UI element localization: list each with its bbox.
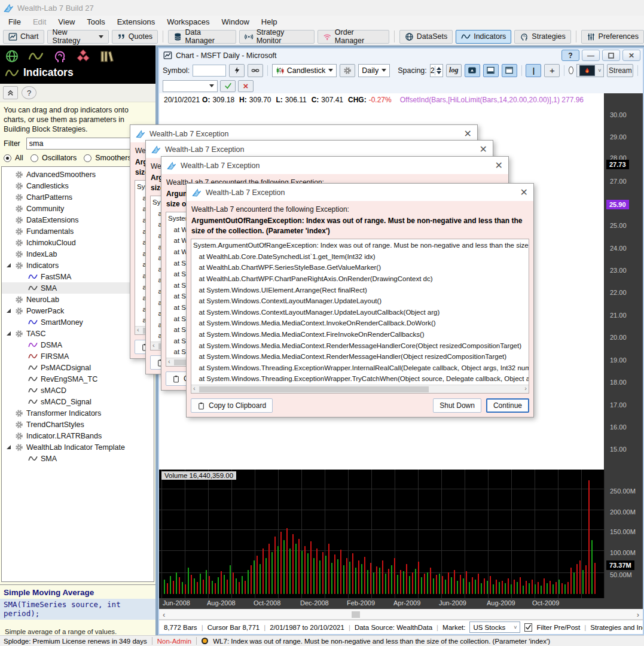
- new-strategy-button[interactable]: New Strategy: [47, 30, 109, 44]
- dialog-titlebar[interactable]: Wealth-Lab 7 Exception ✕: [187, 184, 533, 201]
- strategy-monitor-button[interactable]: Strategy Monitor: [239, 30, 315, 44]
- menu-workspaces[interactable]: Workspaces: [161, 17, 215, 26]
- log-scale-button[interactable]: log: [446, 64, 462, 77]
- dialog-titlebar[interactable]: Wealth-Lab 7 Exception ✕: [146, 141, 493, 158]
- link-button[interactable]: [248, 64, 263, 77]
- volume-pane[interactable]: Volume 16,440,359.00: [159, 470, 604, 598]
- scroll-right-icon[interactable]: ›: [637, 610, 639, 619]
- tree-expanded-icon[interactable]: [7, 309, 11, 313]
- stack-trace-line: at System.Windows.Media.MediaContext.Ren…: [193, 340, 529, 352]
- scroll-left-icon[interactable]: ‹: [152, 342, 155, 349]
- tree-item-wealthlab-indicator-template[interactable]: WealthLab Indicator Template: [2, 441, 154, 453]
- menu-tools[interactable]: Tools: [81, 17, 111, 26]
- datasets-icon[interactable]: [5, 49, 19, 63]
- panel-bottom-button[interactable]: [483, 64, 499, 77]
- copy-to-clipboard-button[interactable]: Copy to Clipboard: [191, 398, 273, 413]
- menu-file[interactable]: File: [2, 17, 27, 26]
- window-close-button[interactable]: ✕: [622, 50, 640, 61]
- strategies-icon[interactable]: [53, 49, 67, 63]
- stepper-arrows[interactable]: [435, 66, 442, 75]
- filter-prepost-checkbox[interactable]: [524, 623, 532, 632]
- crosshair-plus-button[interactable]: +: [544, 64, 560, 77]
- order-manager-button[interactable]: Order Manager: [318, 30, 389, 44]
- radio-all[interactable]: [4, 154, 11, 162]
- menu-edit[interactable]: Edit: [27, 17, 52, 26]
- panel-top-button[interactable]: [502, 64, 517, 77]
- toolbar-separator: [163, 31, 163, 42]
- tree-expanded-icon[interactable]: [7, 331, 11, 336]
- dialog-titlebar[interactable]: Wealth-Lab 7 Exception ✕: [161, 157, 508, 174]
- continue-button[interactable]: Continue: [486, 398, 529, 413]
- volume-bar: [514, 580, 515, 594]
- go-button[interactable]: [229, 64, 245, 77]
- collapse-all-button[interactable]: [3, 86, 18, 99]
- building-blocks-icon[interactable]: [76, 49, 90, 63]
- close-icon[interactable]: ✕: [464, 129, 472, 139]
- filter-input[interactable]: [26, 138, 135, 150]
- tree-item-trendchartstyles[interactable]: TrendChartStyles: [2, 419, 154, 430]
- chart-image-button[interactable]: [465, 64, 480, 77]
- scroll-thumb[interactable]: [199, 386, 429, 392]
- tree-item-indicator-lratrbands[interactable]: Indicator.LRATRBands: [2, 430, 154, 441]
- chart-hscrollbar[interactable]: ‹ ›: [159, 609, 643, 620]
- scroll-right-icon[interactable]: ›: [524, 385, 527, 392]
- tree-item-smacd-signal[interactable]: sMACD_Signal: [2, 396, 154, 407]
- tree-item-label: IchimokuCloud: [26, 239, 76, 247]
- close-icon[interactable]: ✕: [480, 145, 487, 154]
- cancel-button[interactable]: ×: [238, 80, 254, 92]
- scroll-thumb[interactable]: [352, 611, 360, 618]
- menu-window[interactable]: Window: [216, 17, 255, 26]
- tree-item-psmacdsignal[interactable]: PsMACDsignal: [2, 362, 154, 373]
- chart-style-combo[interactable]: Candlestick: [272, 64, 337, 77]
- close-icon[interactable]: ✕: [495, 161, 503, 170]
- tree-item-sma[interactable]: SMA: [2, 453, 154, 464]
- scroll-left-icon[interactable]: ‹: [163, 610, 165, 619]
- dialog-hscrollbar[interactable]: ‹ ›: [191, 385, 529, 393]
- crosshair-line-button[interactable]: |: [526, 64, 541, 77]
- symbol-input[interactable]: [193, 65, 226, 77]
- style-settings-button[interactable]: [340, 64, 355, 77]
- dialog-body: Wealth-Lab 7 encounterd the following Ex…: [187, 201, 533, 417]
- apply-button[interactable]: [220, 80, 236, 92]
- tree-item-smacd[interactable]: sMACD: [2, 385, 154, 396]
- preferences-button[interactable]: Preferences: [581, 30, 644, 44]
- chart-window-titlebar[interactable]: Chart - MSFT Daily - Microsoft ? — ✕: [159, 48, 643, 62]
- price-axis[interactable]: 30.0029.0028.0027.0025.0024.0023.0022.00…: [604, 93, 643, 598]
- radio-smoothers[interactable]: [84, 154, 91, 162]
- menu-view[interactable]: View: [52, 17, 81, 26]
- chevron-down-icon: [381, 69, 386, 72]
- datasets-button[interactable]: DataSets: [399, 30, 453, 44]
- scroll-left-icon[interactable]: ‹: [193, 385, 196, 392]
- record-radio-icon[interactable]: [569, 66, 573, 74]
- indicators-icon[interactable]: [28, 51, 44, 62]
- help-button[interactable]: ?: [22, 86, 36, 99]
- window-minimize-button[interactable]: —: [582, 50, 600, 61]
- shutdown-button[interactable]: Shut Down: [433, 398, 481, 413]
- menu-help[interactable]: Help: [255, 17, 283, 26]
- data-manager-button[interactable]: Data Manager: [168, 30, 236, 44]
- window-help-button[interactable]: ?: [561, 50, 579, 61]
- scroll-left-icon[interactable]: ‹: [168, 358, 170, 365]
- library-icon[interactable]: [99, 49, 114, 63]
- tree-item-revengsma-tc[interactable]: RevEngSMA_TC: [2, 373, 154, 385]
- menu-extensions[interactable]: Extensions: [111, 17, 161, 26]
- tree-expanded-icon[interactable]: [7, 445, 11, 449]
- strategies-button[interactable]: Strategies: [514, 30, 570, 44]
- indicator-select-combo[interactable]: [163, 80, 218, 92]
- spacing-stepper[interactable]: 2: [430, 64, 443, 77]
- quotes-button[interactable]: Quotes: [112, 30, 158, 44]
- gear-icon: [15, 307, 23, 315]
- scale-combo[interactable]: Daily: [358, 64, 390, 77]
- heat-combo[interactable]: ˅: [576, 64, 604, 77]
- market-combo[interactable]: US Stocks ˅: [469, 621, 520, 633]
- indicators-button[interactable]: Indicators: [456, 30, 511, 44]
- chart-button[interactable]: Chart: [3, 30, 44, 44]
- volume-bar: [248, 570, 249, 594]
- stream-button[interactable]: Stream: [607, 64, 633, 77]
- tree-expanded-icon[interactable]: [7, 263, 11, 267]
- window-restore-button[interactable]: [602, 50, 620, 61]
- tree-item-transformer-indicators[interactable]: Transformer Indicators: [2, 407, 154, 419]
- close-icon[interactable]: ✕: [520, 188, 528, 197]
- scroll-left-icon[interactable]: ‹: [137, 326, 139, 333]
- radio-oscillators[interactable]: [30, 154, 38, 162]
